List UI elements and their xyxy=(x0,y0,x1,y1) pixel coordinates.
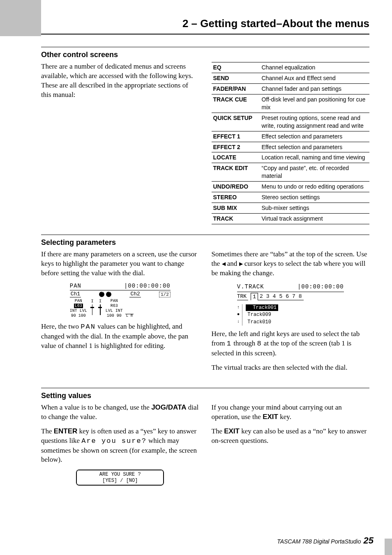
lcd-label: PAN xyxy=(75,299,82,303)
vtrack-lcd-screenshot: V.TRACK |00:00:00:00 TRK 1 2 3 4 5 6 7 xyxy=(237,283,344,325)
cursor-left-icon xyxy=(222,260,226,267)
decorative-stripe xyxy=(385,539,392,555)
section-other-control-screens: Other control screens There are a number… xyxy=(41,47,369,224)
body-text: If you change your mind about carrying o… xyxy=(212,403,370,422)
body-text: The virtual tracks are then selected wit… xyxy=(212,363,370,373)
decorative-stripe xyxy=(0,0,41,36)
lcd-track-row: Track010 xyxy=(246,319,278,325)
menu-desc: Off-disk level and pan positioning for c… xyxy=(260,94,370,113)
menu-key: TRACK xyxy=(212,213,260,224)
body-text: Here, the two PAN values can be highligh… xyxy=(41,322,199,351)
menu-desc: Stereo section settings xyxy=(260,192,370,203)
menu-key: SEND xyxy=(212,73,260,84)
lcd-time: |00:00:00:00 xyxy=(297,283,344,291)
section-heading: Selecting parameters xyxy=(41,237,369,247)
bullet-icon: ● xyxy=(237,311,240,318)
menu-key: QUICK SETUP xyxy=(212,113,260,131)
body-text: If there are many parameters on a screen… xyxy=(41,250,199,278)
footer-page-number: 25 xyxy=(364,534,374,547)
menu-desc: “Copy and paste”, etc. of recorded mater… xyxy=(260,163,370,182)
cursor-right-icon xyxy=(239,260,243,267)
body-text: When a value is to be changed, use the J… xyxy=(41,403,199,422)
lcd-tab: 7 xyxy=(291,293,297,300)
body-text: The EXIT key can also be used as a “no” … xyxy=(212,427,370,446)
menu-desc: Preset routing options, scene read and w… xyxy=(260,113,370,131)
body-text: Sometimes there are “tabs” at the top of… xyxy=(212,250,370,278)
lcd-value: R63 xyxy=(111,304,118,308)
pan-knob-icon xyxy=(106,292,111,297)
section-selecting-parameters: Selecting parameters If there are many p… xyxy=(41,235,369,378)
lcd-title: V.TRACK xyxy=(237,283,264,291)
lcd-label: I xyxy=(99,299,102,304)
page: 2 – Getting started–About the menus Othe… xyxy=(0,0,392,555)
lcd-time: |00:00:00:00 xyxy=(124,283,171,289)
slider-icon xyxy=(92,304,93,315)
section-setting-values: Setting values When a value is to be cha… xyxy=(41,388,369,492)
menu-desc: Channel Aux and Effect send xyxy=(260,73,370,84)
menu-key: EQ xyxy=(212,62,260,73)
lcd-tab: 4 xyxy=(271,293,278,300)
lcd-tab: 8 xyxy=(297,293,304,300)
arrow-up-icon: ↑ xyxy=(237,304,240,311)
menu-desc: Sub-mixer settings xyxy=(260,203,370,213)
page-header-title: 2 – Getting started–About the menus xyxy=(41,16,369,35)
intro-text: There are a number of dedicated menus an… xyxy=(41,62,199,100)
menu-key: EFFECT 2 xyxy=(212,142,260,152)
lcd-label: 90 100 xyxy=(71,313,86,318)
lcd-channel: Ch1 xyxy=(70,291,81,297)
menu-key: TRACK EDIT xyxy=(212,163,260,182)
lcd-tab: 2 xyxy=(258,293,265,300)
menu-desc: Channel fader and pan settings xyxy=(260,84,370,94)
body-text: The ENTER key is often used as a “yes” k… xyxy=(41,427,199,465)
lcd-page-indicator: 1/2 xyxy=(159,292,171,297)
menu-key: FADER/PAN xyxy=(212,84,260,94)
lcd-tab: 3 xyxy=(265,293,271,300)
pan-knob-icon xyxy=(99,292,104,297)
lcd-tab: 6 xyxy=(284,293,291,300)
menu-key: TRACK CUE xyxy=(212,94,260,113)
lcd-channel: Ch2 xyxy=(129,291,141,297)
menu-key: EFFECT 1 xyxy=(212,131,260,142)
section-heading: Setting values xyxy=(41,391,369,401)
are-you-sure-lcd: ARE YOU SURE ? [YES] / [NO] xyxy=(76,470,164,486)
lcd-tab-selected: 1 xyxy=(251,293,258,301)
menu-desc: Location recall, naming and time viewing xyxy=(260,152,370,163)
sure-line1: ARE YOU SURE ? xyxy=(79,472,161,477)
pan-lcd-screenshot: PAN |00:00:00:00 Ch1 Ch2 1/2 xyxy=(70,283,171,318)
menu-key: LOCATE xyxy=(212,152,260,163)
menu-desc: Effect selection and parameters xyxy=(260,131,370,142)
lcd-label: LVL INT xyxy=(106,309,123,313)
lcd-title: PAN xyxy=(70,283,81,289)
sure-line2: [YES] / [NO] xyxy=(79,478,161,484)
lcd-lr-indicator: L R xyxy=(125,314,134,318)
menu-key: UNDO/REDO xyxy=(212,182,260,192)
lcd-label: PAN xyxy=(111,299,118,303)
lcd-label: INT LVL xyxy=(70,309,87,313)
lcd-track-selected: Track001 xyxy=(246,304,278,311)
lcd-highlighted-value: L63 xyxy=(74,304,83,308)
lcd-tab: 5 xyxy=(277,293,284,300)
body-text: Here, the left and right keys are used t… xyxy=(212,329,370,358)
lcd-track-row: Track009 xyxy=(246,311,278,318)
slider-icon xyxy=(100,304,101,315)
menu-desc: Menu to undo or redo editing operations xyxy=(260,182,370,192)
lcd-label: I xyxy=(91,299,94,304)
menu-desc: Effect selection and parameters xyxy=(260,142,370,152)
menu-key: SUB MIX xyxy=(212,203,260,213)
section-heading: Other control screens xyxy=(41,50,369,60)
menu-desc: Channel equalization xyxy=(260,62,370,73)
arrow-down-icon: ↓ xyxy=(237,318,240,325)
menu-table: EQChannel equalization SENDChannel Aux a… xyxy=(212,62,370,224)
menu-key: STEREO xyxy=(212,192,260,203)
page-footer: TASCAM 788 Digital PortaStudio 25 xyxy=(277,534,374,547)
menu-desc: Virtual track assignment xyxy=(260,213,370,224)
lcd-label: 100 90 xyxy=(107,313,122,318)
lcd-label: TRK xyxy=(237,293,248,301)
lcd-tab-row: 1 2 3 4 5 6 7 8 xyxy=(251,293,304,301)
footer-product: TASCAM 788 Digital PortaStudio xyxy=(277,538,361,546)
